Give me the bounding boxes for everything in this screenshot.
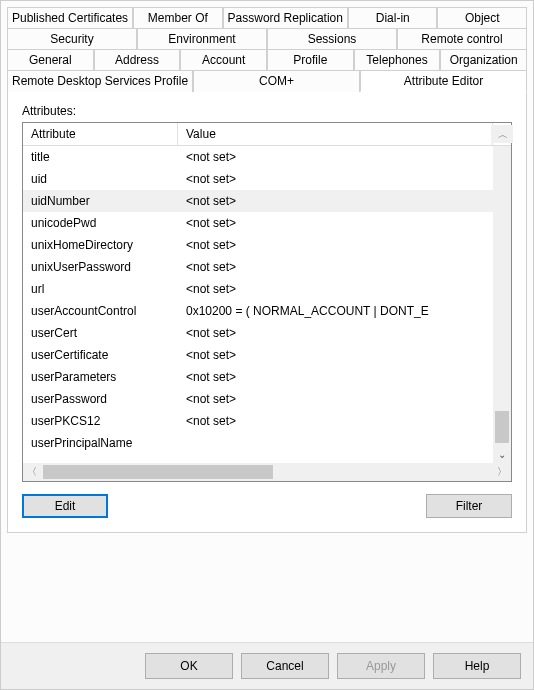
list-rows: title<not set>uid<not set>uidNumber<not …: [23, 146, 493, 463]
vertical-scroll-thumb[interactable]: [495, 411, 509, 443]
cell-value: <not set>: [178, 414, 493, 428]
filter-button[interactable]: Filter: [426, 494, 512, 518]
cell-attribute: userPKCS12: [23, 414, 178, 428]
tab-password-replication[interactable]: Password Replication: [223, 7, 348, 28]
help-button[interactable]: Help: [433, 653, 521, 679]
cell-value: <not set>: [178, 370, 493, 384]
cell-attribute: userPassword: [23, 392, 178, 406]
table-row[interactable]: userCert<not set>: [23, 322, 493, 344]
list-header: Attribute Value 〈: [23, 123, 511, 146]
cell-attribute: title: [23, 150, 178, 164]
tab-organization[interactable]: Organization: [440, 49, 527, 70]
tab-object[interactable]: Object: [437, 7, 527, 28]
cell-attribute: userParameters: [23, 370, 178, 384]
cell-value: <not set>: [178, 392, 493, 406]
table-row[interactable]: userPassword<not set>: [23, 388, 493, 410]
tab-address[interactable]: Address: [94, 49, 181, 70]
tab-com-[interactable]: COM+: [193, 70, 360, 92]
table-row[interactable]: unicodePwd<not set>: [23, 212, 493, 234]
table-row[interactable]: unixHomeDirectory<not set>: [23, 234, 493, 256]
tab-remote-control[interactable]: Remote control: [397, 28, 527, 49]
tab-telephones[interactable]: Telephones: [354, 49, 441, 70]
dialog-footer: OK Cancel Apply Help: [1, 642, 533, 689]
cell-attribute: unixUserPassword: [23, 260, 178, 274]
table-row[interactable]: userCertificate<not set>: [23, 344, 493, 366]
cancel-button[interactable]: Cancel: [241, 653, 329, 679]
cell-attribute: userAccountControl: [23, 304, 178, 318]
cell-attribute: url: [23, 282, 178, 296]
attributes-label: Attributes:: [22, 104, 512, 118]
apply-button[interactable]: Apply: [337, 653, 425, 679]
cell-value: <not set>: [178, 194, 493, 208]
tab-sessions[interactable]: Sessions: [267, 28, 397, 49]
table-row[interactable]: userAccountControl0x10200 = ( NORMAL_ACC…: [23, 300, 493, 322]
cell-value: 0x10200 = ( NORMAL_ACCOUNT | DONT_E: [178, 304, 493, 318]
tab-remote-desktop-services-profile[interactable]: Remote Desktop Services Profile: [7, 70, 193, 92]
cell-attribute: userPrincipalName: [23, 436, 178, 450]
attributes-list[interactable]: Attribute Value 〈 title<not set>uid<not …: [22, 122, 512, 482]
cell-attribute: uidNumber: [23, 194, 178, 208]
ok-button[interactable]: OK: [145, 653, 233, 679]
column-header-value[interactable]: Value: [178, 123, 493, 145]
vertical-scrollbar[interactable]: ⌄: [493, 146, 511, 463]
cell-attribute: uid: [23, 172, 178, 186]
table-row[interactable]: unixUserPassword<not set>: [23, 256, 493, 278]
table-row[interactable]: userPrincipalName: [23, 432, 493, 454]
table-row[interactable]: uidNumber<not set>: [23, 190, 493, 212]
table-row[interactable]: title<not set>: [23, 146, 493, 168]
cell-value: <not set>: [178, 260, 493, 274]
cell-attribute: unicodePwd: [23, 216, 178, 230]
table-row[interactable]: userPKCS12<not set>: [23, 410, 493, 432]
cell-value: <not set>: [178, 238, 493, 252]
scroll-down-icon[interactable]: ⌄: [493, 445, 511, 463]
tab-security[interactable]: Security: [7, 28, 137, 49]
table-row[interactable]: userParameters<not set>: [23, 366, 493, 388]
cell-value: <not set>: [178, 282, 493, 296]
scroll-right-icon[interactable]: 〉: [493, 463, 511, 481]
cell-value: <not set>: [178, 216, 493, 230]
scroll-up-icon[interactable]: 〈: [491, 125, 513, 143]
table-row[interactable]: uid<not set>: [23, 168, 493, 190]
scroll-left-icon[interactable]: 〈: [23, 463, 41, 481]
horizontal-scrollbar[interactable]: 〈 〉: [23, 463, 511, 481]
edit-button[interactable]: Edit: [22, 494, 108, 518]
tab-published-certificates[interactable]: Published Certificates: [7, 7, 133, 28]
cell-value: <not set>: [178, 326, 493, 340]
tab-strip: Published CertificatesMember OfPassword …: [1, 1, 533, 533]
cell-value: <not set>: [178, 150, 493, 164]
tab-general[interactable]: General: [7, 49, 94, 70]
tab-environment[interactable]: Environment: [137, 28, 267, 49]
column-header-attribute[interactable]: Attribute: [23, 123, 178, 145]
tab-account[interactable]: Account: [180, 49, 267, 70]
tab-profile[interactable]: Profile: [267, 49, 354, 70]
cell-attribute: unixHomeDirectory: [23, 238, 178, 252]
cell-attribute: userCert: [23, 326, 178, 340]
tab-dial-in[interactable]: Dial-in: [348, 7, 438, 28]
tab-member-of[interactable]: Member Of: [133, 7, 223, 28]
cell-value: <not set>: [178, 348, 493, 362]
cell-attribute: userCertificate: [23, 348, 178, 362]
table-row[interactable]: url<not set>: [23, 278, 493, 300]
tab-content-attribute-editor: Attributes: Attribute Value 〈 title<not …: [7, 91, 527, 533]
horizontal-scroll-thumb[interactable]: [43, 465, 273, 479]
cell-value: <not set>: [178, 172, 493, 186]
properties-dialog: Published CertificatesMember OfPassword …: [0, 0, 534, 690]
tab-attribute-editor[interactable]: Attribute Editor: [360, 70, 527, 92]
